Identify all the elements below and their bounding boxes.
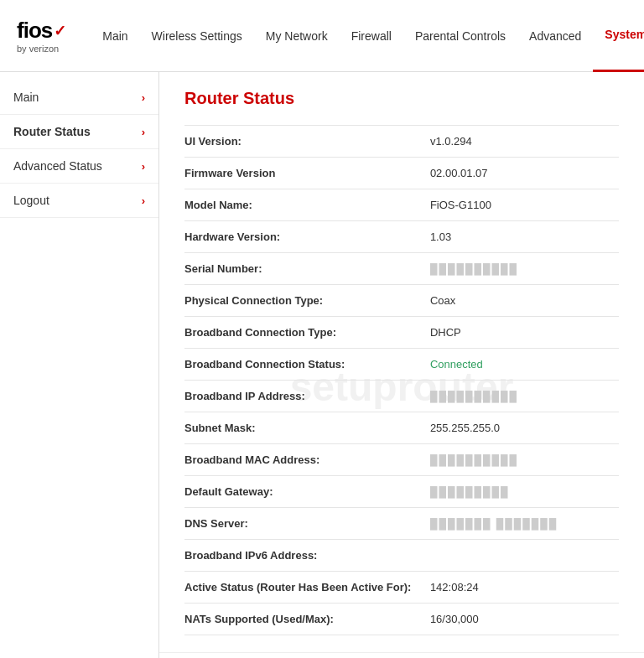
- chevron-right-icon: ›: [142, 194, 145, 207]
- table-row: Broadband IP Address:██████████: [184, 381, 619, 412]
- sidebar-item-main[interactable]: Main ›: [0, 80, 158, 115]
- table-row: Physical Connection Type:Coax: [184, 285, 619, 317]
- chevron-right-icon: ›: [142, 91, 145, 104]
- row-label: Physical Connection Type:: [184, 285, 423, 317]
- row-value: 02.00.01.07: [423, 158, 619, 189]
- table-row: Model Name:FiOS-G1100: [184, 189, 619, 221]
- row-value: █████████: [423, 476, 619, 508]
- row-value: ██████████: [423, 444, 619, 476]
- row-value: [423, 540, 619, 572]
- table-row: Broadband IPv6 Address:: [184, 540, 619, 572]
- page-title: Router Status: [184, 89, 619, 108]
- sidebar-item-router-status[interactable]: Router Status ›: [0, 115, 158, 149]
- fios-logo: fios ✓: [17, 18, 65, 44]
- logo-area: fios ✓ by verizon: [17, 18, 65, 54]
- nav-system-monitoring[interactable]: System Monitoring: [593, 0, 644, 72]
- main-content: Router Status UI Version:v1.0.294Firmwar…: [159, 72, 644, 652]
- table-row: UI Version:v1.0.294: [184, 126, 619, 158]
- sidebar-router-status-label: Router Status: [13, 125, 91, 138]
- table-row: Broadband Connection Type:DHCP: [184, 317, 619, 349]
- logo-subtitle: by verizon: [17, 44, 65, 54]
- row-label: Active Status (Router Has Been Active Fo…: [184, 572, 423, 604]
- row-label: NATs Supported (Used/Max):: [184, 604, 423, 635]
- row-value: FiOS-G1100: [423, 189, 619, 221]
- sidebar-logout-label: Logout: [13, 194, 49, 207]
- page-layout: Main › Router Status › Advanced Status ›…: [0, 72, 644, 658]
- row-label: Broadband Connection Status:: [184, 349, 423, 381]
- row-value: v1.0.294: [423, 126, 619, 158]
- row-label: Broadband IPv6 Address:: [184, 540, 423, 572]
- nav-links: Main Wireless Settings My Network Firewa…: [91, 0, 644, 72]
- table-row: Broadband Connection Status:Connected: [184, 349, 619, 381]
- nav-parental-controls[interactable]: Parental Controls: [403, 0, 517, 72]
- row-value: ██████████: [423, 253, 619, 285]
- footer-bar: Close › Automatic Refresh On › Refresh ›: [159, 652, 644, 658]
- row-value: ██████████: [423, 381, 619, 412]
- fios-text: fios: [17, 18, 52, 44]
- sidebar: Main › Router Status › Advanced Status ›…: [0, 72, 159, 658]
- row-label: Broadband MAC Address:: [184, 444, 423, 476]
- table-row: Active Status (Router Has Been Active Fo…: [184, 572, 619, 604]
- sidebar-item-advanced-status[interactable]: Advanced Status ›: [0, 149, 158, 184]
- sidebar-main-label: Main: [13, 91, 39, 104]
- table-row: Serial Number:██████████: [184, 253, 619, 285]
- row-label: Subnet Mask:: [184, 412, 423, 444]
- table-row: Subnet Mask:255.255.255.0: [184, 412, 619, 444]
- row-value: ███████ ███████: [423, 508, 619, 540]
- sidebar-item-logout[interactable]: Logout ›: [0, 184, 158, 218]
- content-wrapper: setuprouter Router Status UI Version:v1.…: [159, 72, 644, 658]
- row-label: Default Gateway:: [184, 476, 423, 508]
- row-label: Firmware Version: [184, 158, 423, 189]
- nav-advanced[interactable]: Advanced: [517, 0, 593, 72]
- nav-wireless-settings[interactable]: Wireless Settings: [140, 0, 254, 72]
- row-value: 16/30,000: [423, 604, 619, 635]
- fios-checkmark: ✓: [54, 22, 65, 40]
- row-value: Coax: [423, 285, 619, 317]
- row-value: Connected: [423, 349, 619, 381]
- row-value: 142:08:24: [423, 572, 619, 604]
- table-row: DNS Server:███████ ███████: [184, 508, 619, 540]
- nav-main[interactable]: Main: [91, 0, 139, 72]
- row-label: UI Version:: [184, 126, 423, 158]
- row-value: 1.03: [423, 221, 619, 253]
- row-label: Hardware Version:: [184, 221, 423, 253]
- table-row: Hardware Version:1.03: [184, 221, 619, 253]
- table-row: Default Gateway:█████████: [184, 476, 619, 508]
- table-row: Broadband MAC Address:██████████: [184, 444, 619, 476]
- chevron-right-icon: ›: [142, 126, 145, 138]
- chevron-right-icon: ›: [142, 160, 145, 173]
- table-row: Firmware Version02.00.01.07: [184, 158, 619, 189]
- sidebar-advanced-status-label: Advanced Status: [13, 159, 102, 173]
- nav-my-network[interactable]: My Network: [254, 0, 340, 72]
- row-label: Broadband Connection Type:: [184, 317, 423, 349]
- top-nav: fios ✓ by verizon Main Wireless Settings…: [0, 0, 644, 72]
- row-label: Broadband IP Address:: [184, 381, 423, 412]
- row-label: Model Name:: [184, 189, 423, 221]
- status-table: UI Version:v1.0.294Firmware Version02.00…: [184, 125, 619, 635]
- row-label: Serial Number:: [184, 253, 423, 285]
- row-value: DHCP: [423, 317, 619, 349]
- table-row: NATs Supported (Used/Max):16/30,000: [184, 604, 619, 635]
- row-label: DNS Server:: [184, 508, 423, 540]
- row-value: 255.255.255.0: [423, 412, 619, 444]
- nav-firewall[interactable]: Firewall: [340, 0, 403, 72]
